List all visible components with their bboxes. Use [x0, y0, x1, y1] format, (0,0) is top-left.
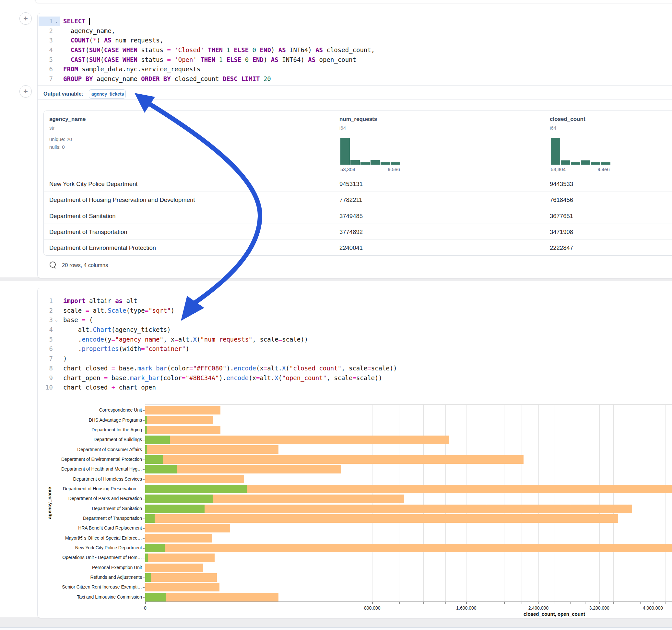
fold-spacer [53, 364, 60, 373]
closed-count-bar [145, 406, 220, 414]
code-text[interactable]: chart_open = base.mark_bar(color="#8BC34… [60, 373, 382, 383]
table-cell: 3749485 [339, 208, 363, 224]
code-text[interactable]: chart_closed + chart_open [60, 383, 156, 392]
histogram-bar [601, 162, 610, 165]
histogram-max-label: 9.4e6 [591, 167, 617, 172]
column-header-num-requests[interactable]: num_requests [339, 116, 377, 122]
fold-chevron-icon[interactable]: ⌄ [53, 17, 60, 26]
open-count-bar [145, 514, 154, 523]
code-text[interactable]: .properties(width="container") [60, 344, 189, 354]
previous-cell-edge [35, 0, 672, 3]
column-type: i64 [550, 125, 556, 130]
y-category-label: Department of Housing Preservation … [38, 486, 142, 491]
y-tick [143, 528, 145, 529]
line-number: 2 [39, 26, 53, 36]
line-number: 7 [39, 74, 53, 84]
code-line[interactable]: 7) [39, 354, 397, 364]
code-line[interactable]: 3⌄base = ( [39, 315, 397, 325]
histogram-bar [381, 162, 390, 165]
open-count-bar [145, 455, 163, 464]
table-row: Department of Transportation377489234719… [44, 224, 672, 240]
table-row: Department of Sanitation37494853677651 [44, 208, 672, 224]
code-line[interactable]: 4 alt.Chart(agency_tickets) [39, 325, 397, 335]
fold-chevron-icon[interactable]: ⌄ [53, 315, 60, 325]
open-count-bar [145, 445, 147, 454]
gridline [538, 405, 539, 602]
fold-spacer [53, 354, 60, 364]
histogram-bar [360, 162, 370, 165]
sql-cell: 1⌄SELECT 2 agency_name,3 COUNT(*) AS num… [37, 13, 672, 278]
code-text[interactable]: ) [60, 354, 67, 364]
code-line[interactable]: 5 CAST(SUM(CASE WHEN status = 'Open' THE… [39, 55, 375, 65]
code-line[interactable]: 4 CAST(SUM(CASE WHEN status = 'Closed' T… [39, 45, 375, 55]
code-line[interactable]: 7GROUP BY agency_name ORDER BY closed_co… [39, 74, 375, 84]
gridline [522, 405, 522, 602]
code-text[interactable]: CAST(SUM(CASE WHEN status = 'Open' THEN … [60, 55, 356, 65]
x-tick-label: 2,400,000 [519, 605, 558, 610]
table-cell: 2222847 [550, 240, 573, 256]
add-cell-button-output[interactable]: + [20, 85, 32, 98]
code-line[interactable]: 2scale = alt.Scale(type="sqrt") [39, 306, 397, 316]
y-tick [143, 568, 145, 568]
column-header-agency-name[interactable]: agency_name [49, 116, 86, 122]
line-number: 5 [39, 335, 53, 344]
code-text[interactable]: agency_name, [60, 26, 115, 36]
code-line[interactable]: 5 .encode(y="agency_name", x=alt.X("num_… [39, 335, 397, 344]
y-category-label: Department of Health and Mental Hyg… [38, 466, 142, 471]
code-line[interactable]: 2 agency_name, [39, 26, 375, 36]
histogram-min-label: 53,304 [340, 167, 355, 172]
python-code-editor[interactable]: 1import altair as alt2scale = alt.Scale(… [39, 296, 397, 392]
x-tick [613, 602, 614, 604]
x-tick [538, 602, 539, 604]
table-cell: 3471908 [550, 224, 573, 240]
code-line[interactable]: 1⌄SELECT [39, 17, 375, 26]
table-cell: New York City Police Department [49, 176, 138, 192]
gridline [446, 405, 446, 602]
line-number: 10 [39, 383, 53, 392]
code-text[interactable]: chart_closed = base.mark_bar(color="#FFC… [60, 364, 397, 373]
histogram-bar [391, 162, 400, 165]
column-type: str [49, 125, 55, 130]
code-text[interactable]: import altair as alt [60, 296, 138, 306]
table-cell: 7618456 [550, 192, 573, 208]
code-text[interactable]: FROM sample_data.nyc.service_requests [60, 65, 200, 74]
closed-count-bar [145, 583, 219, 591]
x-tick-label: 0 [126, 605, 165, 610]
fold-spacer [53, 383, 60, 392]
code-line[interactable]: 8chart_closed = base.mark_bar(color="#FF… [39, 364, 397, 373]
code-line[interactable]: 6 .properties(width="container") [39, 344, 397, 354]
gridline [423, 405, 424, 602]
code-text[interactable]: base = ( [60, 315, 93, 325]
code-text[interactable]: GROUP BY agency_name ORDER BY closed_cou… [60, 74, 271, 84]
code-text[interactable]: COUNT(*) AS num_requests, [60, 35, 163, 45]
line-number: 3 [39, 35, 53, 45]
code-text[interactable]: SELECT [60, 17, 90, 26]
column-header-closed-count[interactable]: closed_count [550, 116, 585, 122]
sql-code-editor[interactable]: 1⌄SELECT 2 agency_name,3 COUNT(*) AS num… [39, 17, 375, 84]
code-line[interactable]: 9chart_open = base.mark_bar(color="#8BC3… [39, 373, 397, 383]
open-count-bar [145, 465, 177, 474]
add-cell-button-top[interactable]: + [20, 12, 32, 25]
x-tick [306, 602, 306, 604]
histogram-bar [561, 161, 570, 165]
code-text[interactable]: CAST(SUM(CASE WHEN status = 'Closed' THE… [60, 45, 375, 55]
x-tick [522, 602, 522, 604]
line-number: 6 [39, 65, 53, 74]
output-variable-pill[interactable]: agency_tickets [89, 90, 126, 98]
code-line[interactable]: 10chart_closed + chart_open [39, 383, 397, 392]
line-number: 1 [39, 17, 53, 26]
open-count-bar [145, 426, 147, 434]
x-tick-label: 800,000 [353, 605, 391, 610]
code-text[interactable]: .encode(y="agency_name", x=alt.X("num_re… [60, 335, 308, 344]
code-line[interactable]: 3 COUNT(*) AS num_requests, [39, 35, 375, 45]
x-axis-line [145, 602, 672, 602]
open-count-bar [145, 544, 165, 552]
code-line[interactable]: 1import altair as alt [39, 296, 397, 306]
line-number: 8 [39, 364, 53, 373]
next-cell-edge [0, 627, 672, 630]
code-text[interactable]: scale = alt.Scale(type="sqrt") [60, 306, 174, 316]
code-line[interactable]: 6FROM sample_data.nyc.service_requests [39, 65, 375, 74]
closed-count-bar [145, 514, 618, 523]
code-text[interactable]: alt.Chart(agency_tickets) [60, 325, 171, 335]
search-icon[interactable] [50, 262, 56, 268]
